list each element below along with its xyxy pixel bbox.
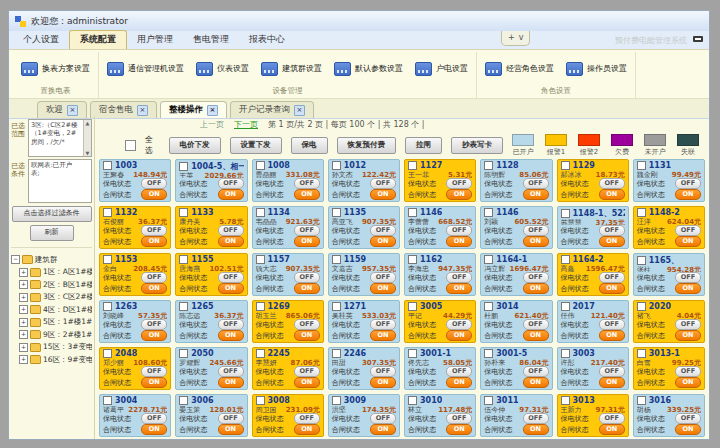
switch-status-toggle[interactable]: ON (599, 377, 625, 388)
protect-status-toggle[interactable]: OFF (523, 178, 549, 189)
switch-status-toggle[interactable]: ON (294, 330, 320, 341)
room-checkbox[interactable] (103, 349, 112, 358)
ribbon-button[interactable]: 换表方案设置 (21, 62, 90, 76)
listbox-scrollbar[interactable]: ▲▼ (83, 120, 91, 156)
protect-status-toggle[interactable]: OFF (675, 272, 701, 283)
menu-tab[interactable]: 系统配置 (69, 30, 127, 49)
batch-action-button[interactable]: 电价下发 (169, 137, 221, 154)
protect-status-toggle[interactable]: OFF (675, 225, 701, 236)
tree-expand-icon[interactable]: + (19, 293, 28, 302)
close-tab-icon[interactable]: × (137, 105, 148, 116)
tree-expand-icon[interactable]: + (19, 305, 28, 314)
tree-item[interactable]: +3区：C区2#楼（1#变 (19, 292, 92, 302)
ribbon-button[interactable]: 默认参数设置 (334, 62, 403, 76)
protect-status-toggle[interactable]: OFF (141, 178, 167, 189)
switch-status-toggle[interactable]: ON (675, 189, 701, 200)
protect-status-toggle[interactable]: OFF (523, 225, 549, 236)
tree-item[interactable]: +2区：B区1#楼（1楼 (19, 280, 92, 290)
protect-status-toggle[interactable]: OFF (446, 225, 472, 236)
protect-status-toggle[interactable]: OFF (599, 319, 625, 330)
room-checkbox[interactable] (484, 208, 493, 217)
room-checkbox[interactable] (179, 255, 188, 264)
tree-item[interactable]: +15区：3#变电站（3#变 (19, 342, 92, 352)
room-checkbox[interactable] (637, 396, 646, 405)
protect-status-toggle[interactable]: OFF (599, 178, 625, 189)
menu-tab[interactable]: 报表中心 (239, 31, 295, 49)
room-checkbox[interactable] (408, 396, 417, 405)
protect-status-toggle[interactable]: OFF (446, 366, 472, 377)
protect-status-toggle[interactable]: OFF (523, 413, 549, 424)
batch-action-button[interactable]: 恢复预付费 (337, 137, 397, 154)
switch-status-toggle[interactable]: ON (675, 283, 701, 294)
switch-status-toggle[interactable]: ON (675, 377, 701, 388)
close-tab-icon[interactable]: × (207, 105, 218, 116)
switch-status-toggle[interactable]: ON (141, 236, 167, 247)
switch-status-toggle[interactable]: ON (141, 283, 167, 294)
switch-status-toggle[interactable]: ON (370, 189, 396, 200)
room-checkbox[interactable] (484, 255, 493, 264)
room-checkbox[interactable] (561, 161, 570, 170)
protect-status-toggle[interactable]: OFF (370, 319, 396, 330)
room-checkbox[interactable] (332, 396, 341, 405)
protect-status-toggle[interactable]: OFF (523, 319, 549, 330)
protect-status-toggle[interactable]: OFF (599, 225, 625, 236)
protect-status-toggle[interactable]: OFF (141, 272, 167, 283)
protect-status-toggle[interactable]: OFF (218, 319, 244, 330)
room-checkbox[interactable] (256, 161, 265, 170)
switch-status-toggle[interactable]: ON (446, 236, 472, 247)
switch-status-toggle[interactable]: ON (446, 377, 472, 388)
switch-status-toggle[interactable]: ON (523, 283, 549, 294)
tree-item[interactable]: +4区：D区1#楼1#门 (19, 305, 92, 315)
tree-item[interactable]: +16区：9#变电站 (19, 355, 92, 365)
batch-action-button[interactable]: 保电 (291, 137, 328, 154)
menu-tab[interactable]: 个人设置 (13, 31, 69, 49)
switch-status-toggle[interactable]: ON (141, 424, 167, 435)
tree-expand-icon[interactable]: + (19, 280, 28, 289)
room-checkbox[interactable] (637, 161, 646, 170)
switch-status-toggle[interactable]: ON (675, 236, 701, 247)
tree-item[interactable]: +1区：A区1#楼 (19, 267, 92, 277)
ribbon-button[interactable]: 通信管理机设置 (107, 62, 184, 76)
switch-status-toggle[interactable]: ON (218, 330, 244, 341)
tree-item[interactable]: +5区：1#楼1#门 (19, 317, 92, 327)
protect-status-toggle[interactable]: OFF (599, 413, 625, 424)
close-tab-icon[interactable]: × (294, 105, 305, 116)
tree-root[interactable]: −建筑群 (11, 255, 92, 265)
tree-expand-icon[interactable]: + (19, 318, 28, 327)
room-checkbox[interactable] (103, 208, 112, 217)
switch-status-toggle[interactable]: ON (294, 283, 320, 294)
protect-status-toggle[interactable]: OFF (141, 225, 167, 236)
room-checkbox[interactable] (332, 208, 341, 217)
room-checkbox[interactable] (332, 349, 341, 358)
menu-tab[interactable]: 售电管理 (183, 31, 239, 49)
room-checkbox[interactable] (103, 396, 112, 405)
ribbon-button[interactable]: 仪表设置 (196, 62, 249, 76)
ribbon-button[interactable]: 建筑群设置 (261, 62, 322, 76)
room-checkbox[interactable] (179, 162, 188, 171)
room-checkbox[interactable] (484, 161, 493, 170)
switch-status-toggle[interactable]: ON (370, 283, 396, 294)
protect-status-toggle[interactable]: OFF (675, 319, 701, 330)
room-checkbox[interactable] (637, 349, 646, 358)
protect-status-toggle[interactable]: OFF (218, 225, 244, 236)
protect-status-toggle[interactable]: OFF (370, 413, 396, 424)
protect-status-toggle[interactable]: OFF (675, 413, 701, 424)
switch-status-toggle[interactable]: ON (446, 424, 472, 435)
room-checkbox[interactable] (484, 302, 493, 311)
close-tab-icon[interactable]: × (67, 105, 78, 116)
scroll-up-icon[interactable]: ▲ (86, 120, 90, 127)
switch-status-toggle[interactable]: ON (218, 236, 244, 247)
room-checkbox[interactable] (561, 302, 570, 311)
room-checkbox[interactable] (179, 349, 188, 358)
room-checkbox[interactable] (484, 349, 493, 358)
protect-status-toggle[interactable]: OFF (218, 413, 244, 424)
tree-collapse-icon[interactable]: − (11, 255, 20, 264)
protect-status-toggle[interactable]: OFF (294, 319, 320, 330)
room-checkbox[interactable] (408, 349, 417, 358)
room-checkbox[interactable] (637, 208, 646, 217)
switch-status-toggle[interactable]: ON (523, 330, 549, 341)
protect-status-toggle[interactable]: OFF (141, 413, 167, 424)
room-checkbox[interactable] (103, 302, 112, 311)
switch-status-toggle[interactable]: ON (599, 189, 625, 200)
room-checkbox[interactable] (561, 396, 570, 405)
